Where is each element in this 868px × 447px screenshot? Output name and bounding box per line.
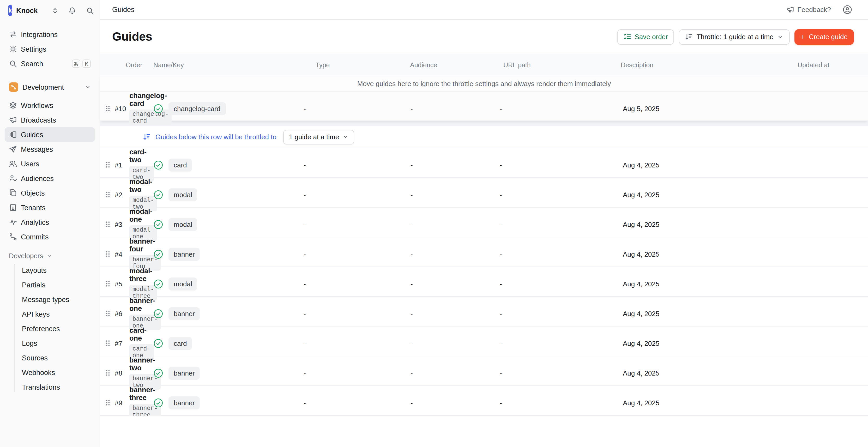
sidebar-item-label: Broadcasts (21, 116, 56, 124)
workspace-switcher-icon[interactable] (52, 7, 58, 14)
knock-logo[interactable]: k (8, 5, 12, 16)
drag-handle-icon[interactable] (100, 398, 115, 407)
sidebar-item-guides[interactable]: Guides (5, 127, 95, 142)
sidebar-item-broadcasts[interactable]: Broadcasts (5, 113, 95, 127)
guide-url-path: - (407, 220, 500, 228)
user-avatar-icon[interactable] (842, 5, 852, 14)
guide-url-path: - (407, 191, 500, 198)
keycap-cmd: ⌘ (72, 60, 80, 68)
drag-handle-icon[interactable] (100, 104, 115, 113)
immediate-section: Move guides here to ignore the throttle … (100, 76, 868, 121)
table-header-row: Order Name/Key Type Audience URL path De… (100, 54, 868, 76)
messages-send-icon (9, 145, 17, 153)
tenants-building-icon (9, 203, 17, 212)
create-guide-button[interactable]: + Create guide (795, 29, 854, 44)
page-header: Guides Save order Throttle: 1 guide at a… (100, 20, 868, 54)
sidebar-item-users[interactable]: Users (5, 157, 95, 171)
objects-copy-icon (9, 189, 17, 197)
drag-handle-icon[interactable] (100, 220, 115, 228)
users-icon (9, 160, 17, 168)
guide-row[interactable]: #3 modal-one modal-one modal - - - Aug 4… (100, 207, 868, 237)
guide-updated-at: Aug 4, 2025 (621, 369, 791, 377)
guide-row[interactable]: #5 modal-three modal-three modal - - - A… (100, 267, 868, 297)
feedback-megaphone-icon (786, 6, 794, 13)
sidebar-item-label: Message types (22, 295, 69, 303)
guide-description: - (500, 104, 621, 113)
chevron-down-icon (777, 34, 783, 40)
guide-type-cell: card (153, 158, 301, 171)
notifications-bell-icon[interactable] (68, 6, 76, 14)
guide-name-cell: modal-two modal-two (129, 178, 153, 211)
developers-sub-list: Layouts Partials Message types API keys … (5, 263, 95, 394)
sidebar-item-analytics[interactable]: Analytics (5, 215, 95, 229)
sidebar-item-settings[interactable]: Settings (5, 42, 95, 56)
guide-order: #3 (115, 220, 129, 228)
sidebar-item-api-keys[interactable]: API keys (5, 307, 95, 321)
drag-handle-icon[interactable] (100, 280, 115, 288)
guide-type-cell: banner (153, 396, 301, 409)
drag-handle-icon[interactable] (100, 190, 115, 199)
sidebar-item-tenants[interactable]: Tenants (5, 200, 95, 215)
checklist-icon (623, 33, 631, 41)
feedback-label: Feedback? (797, 6, 831, 13)
developers-section-toggle[interactable]: Developers (5, 248, 95, 263)
guide-description: - (500, 310, 621, 317)
guide-description: - (500, 161, 621, 169)
sidebar-item-sources[interactable]: Sources (5, 351, 95, 365)
throttle-dropdown-button[interactable]: Throttle: 1 guide at a time (679, 29, 790, 44)
sidebar-item-commits[interactable]: Commits (5, 229, 95, 244)
save-order-button[interactable]: Save order (617, 29, 674, 44)
sidebar-item-webhooks[interactable]: Webhooks (5, 365, 95, 380)
guide-order: #8 (115, 369, 129, 377)
sidebar-item-search[interactable]: Search ⌘ K (5, 56, 95, 71)
guide-row[interactable]: #4 banner-four banner-four banner - - - … (100, 237, 868, 267)
chevron-down-icon (343, 134, 348, 140)
throttle-amount-select[interactable]: 1 guide at a time (283, 130, 354, 144)
guide-row[interactable]: #1 card-two card-two card - - - Aug 4, 2… (100, 148, 868, 178)
sidebar-item-label: Integrations (21, 31, 58, 38)
drag-handle-icon[interactable] (100, 161, 115, 169)
sidebar-item-integrations[interactable]: Integrations (5, 27, 95, 42)
guide-type-chip: banner (168, 366, 200, 379)
guide-name-cell: card-two card-two (129, 148, 153, 182)
drag-handle-icon[interactable] (100, 339, 115, 347)
guide-name: modal-two (129, 178, 153, 193)
plus-icon: + (801, 33, 805, 41)
guide-row[interactable]: #8 banner-two banner-two banner - - - Au… (100, 356, 868, 386)
guide-type-cell: modal (153, 188, 301, 201)
drag-handle-icon[interactable] (100, 369, 115, 377)
guide-row[interactable]: #7 card-one card-one card - - - Aug 4, 2… (100, 326, 868, 356)
guide-url-path: - (407, 161, 500, 169)
guide-row[interactable]: #10 changelog-card changelog-card change… (100, 91, 868, 121)
environment-switcher[interactable]: Development (5, 79, 95, 95)
sidebar-item-layouts[interactable]: Layouts (5, 263, 95, 278)
sidebar-header: k Knock (0, 0, 100, 21)
sidebar-item-messages[interactable]: Messages (5, 142, 95, 157)
sidebar-item-partials[interactable]: Partials (5, 278, 95, 292)
guide-name: banner-four (129, 237, 155, 253)
sidebar-item-logs[interactable]: Logs (5, 336, 95, 351)
sidebar-item-message-types[interactable]: Message types (5, 292, 95, 307)
guide-row[interactable]: #9 banner-three banner-three banner - - … (100, 386, 868, 416)
guide-updated-at: Aug 5, 2025 (621, 104, 791, 113)
sidebar-item-label: Search (21, 60, 43, 68)
sidebar-item-preferences[interactable]: Preferences (5, 321, 95, 336)
guide-audience: - (301, 220, 407, 228)
guide-audience: - (301, 339, 407, 347)
guide-row[interactable]: #2 modal-two modal-two modal - - - Aug 4… (100, 178, 868, 207)
guide-name-cell: banner-four banner-four (129, 237, 153, 271)
sidebar-item-workflows[interactable]: Workflows (5, 98, 95, 113)
sidebar-item-translations[interactable]: Translations (5, 380, 95, 394)
guide-url-path: - (407, 250, 500, 258)
drag-handle-icon[interactable] (100, 250, 115, 258)
guide-row[interactable]: #6 banner-one banner-one banner - - - Au… (100, 297, 868, 326)
sidebar-item-audiences[interactable]: Audiences (5, 171, 95, 186)
search-icon[interactable] (86, 6, 94, 14)
feedback-button[interactable]: Feedback? (786, 6, 831, 13)
guide-url-path: - (407, 310, 500, 317)
guide-name-cell: banner-three banner-three (129, 386, 153, 419)
drag-handle-icon[interactable] (100, 309, 115, 318)
guide-updated-at: Aug 4, 2025 (621, 161, 791, 169)
sidebar-item-objects[interactable]: Objects (5, 186, 95, 200)
guide-type-chip: modal (168, 218, 197, 231)
